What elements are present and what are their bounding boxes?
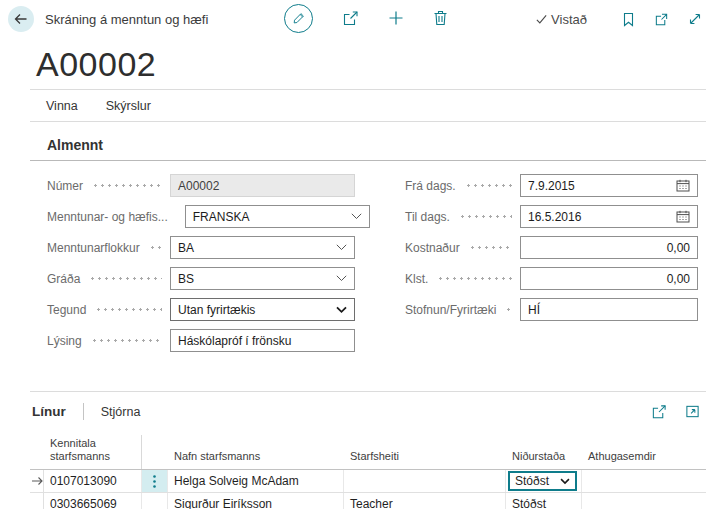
chevron-down-bold-icon[interactable] <box>336 306 347 314</box>
lines-part-header: Línur Stjórna <box>30 391 706 420</box>
page-content: A00002 Vinna Skýrslur Almennt Númer A000… <box>0 44 716 509</box>
cell-starfsheiti[interactable] <box>344 470 506 492</box>
dotted-leader <box>92 184 162 187</box>
save-status: Vistað <box>535 12 587 27</box>
dotted-leader <box>95 308 162 311</box>
calendar-icon[interactable] <box>676 210 690 223</box>
kostnadur-field[interactable]: 0,00 <box>520 236 698 259</box>
dotted-leader <box>437 277 512 280</box>
back-button[interactable] <box>8 6 34 32</box>
lines-share-button[interactable] <box>651 404 667 420</box>
page-title: A00002 <box>36 44 706 84</box>
dotted-leader <box>149 246 162 249</box>
field-kostnadur: Kostnaður 0,00 <box>388 236 698 259</box>
cell-nafn[interactable]: Helga Solveig McAdam <box>168 470 344 492</box>
field-label: Lýsing <box>30 334 82 348</box>
field-label: Stofnun/Fyrirtæki <box>388 303 496 317</box>
trash-icon <box>433 10 448 26</box>
menntunarflokkur-field[interactable]: BA <box>170 236 355 259</box>
dotted-leader <box>89 277 162 280</box>
field-label: Frá dags. <box>388 179 456 193</box>
field-value: BA <box>178 241 194 255</box>
chevron-down-icon[interactable] <box>336 244 347 251</box>
field-grada: Gráða BS <box>30 267 355 290</box>
field-lysing: Lýsing Háskólapróf í frönsku <box>30 329 355 352</box>
cell-kennitala[interactable]: 0303665069 <box>44 493 142 509</box>
share-button[interactable] <box>342 10 359 27</box>
column-header-nafn[interactable]: Nafn starfsmanns <box>168 448 344 469</box>
vertical-divider <box>83 403 84 420</box>
grada-field[interactable]: BS <box>170 267 355 290</box>
lines-menu-stjorna[interactable]: Stjórna <box>101 405 141 419</box>
til-dags-field[interactable]: 16.5.2016 <box>520 205 698 228</box>
row-selector[interactable] <box>30 493 44 509</box>
column-header-athugasemdir[interactable]: Athugasemdir <box>582 448 706 469</box>
klst-field[interactable]: 0,00 <box>520 267 698 290</box>
delete-button[interactable] <box>433 10 448 26</box>
menu-item-skyrslur[interactable]: Skýrslur <box>106 99 151 113</box>
field-value: Háskólapróf í frönsku <box>178 334 291 348</box>
numer-field: A00002 <box>170 174 355 197</box>
field-value: BS <box>178 272 194 286</box>
tegund-select[interactable]: Utan fyrirtækis <box>170 298 355 321</box>
bookmark-icon <box>622 12 635 27</box>
field-label: Gráða <box>30 272 80 286</box>
lines-part-title: Línur <box>30 404 66 419</box>
field-stofnun: Stofnun/Fyrirtæki HÍ <box>388 298 698 321</box>
stofnun-field[interactable]: HÍ <box>520 298 698 321</box>
dotted-leader <box>505 308 512 311</box>
chevron-down-bold-icon <box>560 478 570 485</box>
cell-athugasemdir[interactable] <box>582 493 706 509</box>
field-label: Tegund <box>30 303 86 317</box>
row-options-button[interactable] <box>142 470 168 492</box>
cell-nidurstada: Stóðst <box>506 470 582 492</box>
field-value: 0,00 <box>667 272 690 286</box>
general-form: Númer A00002 Menntunar- og hæfis... FRAN… <box>30 174 706 360</box>
field-menntunar-hafis: Menntunar- og hæfis... FRANSKA <box>30 205 355 228</box>
lysing-field[interactable]: Háskólapróf í frönsku <box>170 329 355 352</box>
cell-athugasemdir[interactable] <box>582 470 706 492</box>
window-title: Skráning á menntun og hæfi <box>45 12 208 27</box>
expand-button[interactable] <box>688 12 702 26</box>
section-header-general[interactable]: Almennt <box>30 122 706 161</box>
field-value: 0,00 <box>667 241 690 255</box>
new-button[interactable] <box>388 10 404 26</box>
row-options-cell[interactable] <box>142 493 168 509</box>
table-header-row: Kennitala starfsmanns Nafn starfsmanns S… <box>30 435 706 470</box>
column-header-kennitala[interactable]: Kennitala starfsmanns <box>44 435 142 469</box>
table-row: 0107013090 Helga Solveig McAdam Stóðst <box>30 470 706 493</box>
field-label: Númer <box>30 179 83 193</box>
share-icon <box>342 10 359 27</box>
bookmark-button[interactable] <box>622 12 635 27</box>
row-arrow-icon <box>31 476 43 486</box>
cell-nidurstada[interactable]: Stóðst <box>506 493 582 509</box>
menntunar-hafis-field[interactable]: FRANSKA <box>185 205 370 228</box>
field-fra-dags: Frá dags. 7.9.2015 <box>388 174 698 197</box>
dotted-leader <box>91 339 162 342</box>
field-value: 7.9.2015 <box>528 179 575 193</box>
action-menu-bar: Vinna Skýrslur <box>30 89 706 122</box>
calendar-icon[interactable] <box>676 179 690 192</box>
cell-nafn[interactable]: Sigurður Eiríksson <box>168 493 344 509</box>
fra-dags-field[interactable]: 7.9.2015 <box>520 174 698 197</box>
dotted-leader <box>459 215 512 218</box>
open-in-window-button[interactable] <box>654 12 669 27</box>
column-header-nidurstada[interactable]: Niðurstaða <box>506 448 582 469</box>
dotted-leader <box>465 184 512 187</box>
field-tegund: Tegund Utan fyrirtækis <box>30 298 355 321</box>
field-label: Klst. <box>388 272 428 286</box>
chevron-down-icon[interactable] <box>351 213 362 220</box>
header-spacer <box>30 461 44 469</box>
menu-item-vinna[interactable]: Vinna <box>46 99 78 113</box>
checkmark-icon <box>535 13 548 26</box>
cell-starfsheiti[interactable]: Teacher <box>344 493 506 509</box>
field-numer: Númer A00002 <box>30 174 355 197</box>
field-value: FRANSKA <box>193 210 250 224</box>
cell-kennitala[interactable]: 0107013090 <box>44 470 142 492</box>
nidurstada-select[interactable]: Stóðst <box>508 471 577 491</box>
edit-button[interactable] <box>284 4 313 33</box>
lines-focus-mode-button[interactable] <box>685 404 700 419</box>
select-value: Stóðst <box>515 474 549 488</box>
chevron-down-icon[interactable] <box>336 275 347 282</box>
column-header-starfsheiti[interactable]: Starfsheiti <box>344 448 506 469</box>
